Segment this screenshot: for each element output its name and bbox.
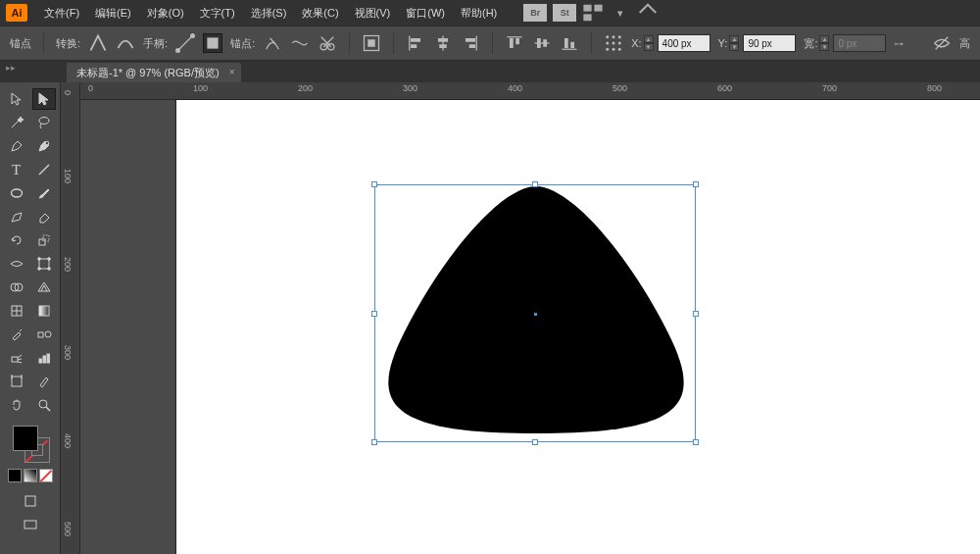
color-mode-solid-icon[interactable]	[8, 469, 22, 482]
color-wells[interactable]	[11, 424, 50, 463]
chevron-down-icon[interactable]: ▾	[610, 5, 631, 21]
shaper-tool-icon[interactable]	[5, 206, 28, 227]
bridge-button[interactable]: Br	[523, 4, 547, 22]
menu-edit[interactable]: 编辑(E)	[88, 2, 138, 25]
handle-mid-right[interactable]	[693, 311, 699, 317]
hand-tool-icon[interactable]	[5, 394, 28, 416]
menu-select[interactable]: 选择(S)	[244, 2, 294, 25]
expand-panel-left-icon[interactable]: ▸▸	[6, 63, 16, 73]
y-up[interactable]: ▲	[729, 35, 739, 43]
x-up[interactable]: ▲	[644, 35, 654, 43]
menu-file[interactable]: 文件(F)	[37, 2, 86, 25]
handle-bot-mid[interactable]	[532, 439, 538, 445]
menu-object[interactable]: 对象(O)	[140, 2, 191, 25]
fill-color-well[interactable]	[13, 426, 38, 451]
ruler-h-300: 300	[403, 83, 417, 93]
selection-tool-icon[interactable]	[5, 88, 28, 110]
color-mode-gradient-icon[interactable]	[24, 469, 37, 482]
x-down[interactable]: ▼	[644, 43, 654, 51]
direct-selection-tool-icon[interactable]	[32, 88, 56, 110]
svg-rect-6	[208, 37, 219, 48]
menu-window[interactable]: 窗口(W)	[399, 2, 452, 25]
align-vcenter-icon[interactable]	[532, 33, 552, 53]
hide-edges-icon[interactable]	[932, 33, 952, 53]
reference-point-icon[interactable]	[604, 33, 623, 53]
line-tool-icon[interactable]	[32, 159, 56, 180]
scale-tool-icon[interactable]	[32, 229, 56, 251]
w-up[interactable]: ▲	[819, 35, 829, 43]
remove-anchor-icon[interactable]	[263, 33, 282, 53]
align-hcenter-icon[interactable]	[433, 33, 453, 53]
pen-tool-icon[interactable]	[5, 135, 28, 157]
arrange-docs-icon[interactable]	[582, 5, 604, 21]
width-tool-icon[interactable]	[5, 253, 28, 275]
canvas-area[interactable]: 0 100 200 300 400 500 600 700 800 0 100 …	[61, 82, 980, 554]
draw-mode-icon[interactable]	[19, 490, 42, 512]
y-down[interactable]: ▼	[729, 43, 739, 51]
slice-tool-icon[interactable]	[32, 371, 56, 392]
connect-anchor-icon[interactable]	[290, 33, 310, 53]
anchor-label: 锚点	[10, 36, 31, 51]
shape-builder-tool-icon[interactable]	[5, 277, 28, 298]
align-right-icon[interactable]	[461, 33, 480, 53]
artboard-tool-icon[interactable]	[5, 371, 28, 392]
menu-view[interactable]: 视图(V)	[348, 2, 398, 25]
handle-bot-left[interactable]	[371, 439, 377, 445]
isolate-icon[interactable]	[362, 33, 381, 53]
color-mode-none-icon[interactable]	[39, 469, 53, 482]
link-wh-icon[interactable]: ⊶	[894, 38, 904, 49]
magic-wand-tool-icon[interactable]	[5, 112, 28, 133]
ruler-v-300: 300	[63, 345, 73, 360]
svg-rect-61	[43, 356, 46, 363]
handle-bot-right[interactable]	[693, 439, 699, 445]
zoom-tool-icon[interactable]	[32, 394, 56, 416]
ellipse-tool-icon[interactable]	[5, 182, 28, 204]
menu-help[interactable]: 帮助(H)	[454, 2, 504, 25]
svg-line-3	[178, 36, 193, 51]
svg-rect-23	[515, 38, 519, 44]
handle-top-right[interactable]	[693, 181, 699, 187]
type-tool-icon[interactable]: T	[5, 159, 28, 180]
ruler-vertical[interactable]: 0 100 200 300 400 500	[61, 82, 80, 554]
ruler-v-0: 0	[63, 90, 73, 95]
convert-corner-icon[interactable]	[88, 33, 108, 53]
blend-tool-icon[interactable]	[32, 324, 56, 345]
curvature-tool-icon[interactable]	[32, 135, 56, 157]
align-left-icon[interactable]	[406, 33, 425, 53]
ruler-horizontal[interactable]: 0 100 200 300 400 500 600 700 800	[80, 82, 980, 100]
menu-effect[interactable]: 效果(C)	[295, 2, 345, 25]
cut-path-icon[interactable]	[318, 33, 337, 53]
handle-hide-icon[interactable]	[203, 33, 222, 53]
align-bottom-icon[interactable]	[560, 33, 579, 53]
selection-bounding-box[interactable]	[374, 184, 696, 442]
eraser-tool-icon[interactable]	[32, 206, 56, 227]
stock-button[interactable]: St	[553, 4, 576, 22]
svg-point-48	[47, 258, 50, 261]
mesh-tool-icon[interactable]	[5, 300, 28, 322]
align-top-icon[interactable]	[505, 33, 524, 53]
lasso-tool-icon[interactable]	[32, 112, 56, 133]
handle-mid-left[interactable]	[371, 311, 377, 317]
handle-show-icon[interactable]	[175, 33, 195, 53]
eyedropper-tool-icon[interactable]	[5, 324, 28, 345]
svg-rect-46	[39, 259, 49, 269]
column-graph-tool-icon[interactable]	[32, 347, 56, 369]
screen-mode-icon[interactable]	[19, 514, 42, 535]
y-input[interactable]	[743, 34, 796, 52]
tab-close-icon[interactable]: ×	[229, 67, 235, 77]
w-down[interactable]: ▼	[819, 43, 829, 51]
handle-top-mid[interactable]	[532, 181, 538, 187]
symbol-sprayer-tool-icon[interactable]	[5, 347, 28, 369]
paintbrush-tool-icon[interactable]	[32, 182, 56, 204]
gpu-icon[interactable]	[637, 5, 659, 21]
x-input[interactable]	[658, 34, 710, 52]
free-transform-tool-icon[interactable]	[32, 253, 56, 275]
document-tab[interactable]: 未标题-1* @ 97% (RGB/预览) ×	[67, 63, 241, 82]
convert-smooth-icon[interactable]	[116, 33, 135, 53]
w-input[interactable]	[833, 34, 886, 52]
rotate-tool-icon[interactable]	[5, 229, 28, 251]
handle-top-left[interactable]	[371, 181, 377, 187]
gradient-tool-icon[interactable]	[32, 300, 56, 322]
perspective-tool-icon[interactable]	[32, 277, 56, 298]
menu-type[interactable]: 文字(T)	[193, 2, 242, 25]
